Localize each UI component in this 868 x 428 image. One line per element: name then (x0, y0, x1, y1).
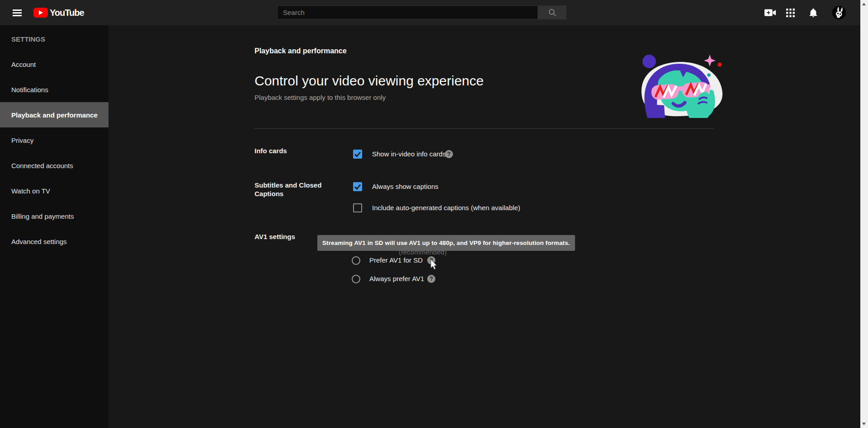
always-show-captions-checkbox[interactable] (353, 182, 362, 191)
hero-subtitle: Playback settings apply to this browser … (255, 94, 386, 101)
hero-title: Control your video viewing experience (255, 73, 484, 89)
skull-avatar-image (832, 6, 846, 19)
sidebar-item-connected-accounts[interactable]: Connected accounts (0, 153, 108, 178)
av1-tooltip: Streaming AV1 in SD will use AV1 up to 4… (317, 235, 575, 251)
youtube-logo[interactable]: YouTube (33, 7, 84, 18)
youtube-play-icon (33, 8, 48, 18)
notifications-bell-icon[interactable] (807, 7, 819, 18)
search-box (277, 5, 538, 19)
masthead: YouTube (0, 0, 868, 25)
sidebar-item-watch-on-tv[interactable]: Watch on TV (0, 178, 108, 203)
sidebar-item-notifications[interactable]: Notifications (0, 77, 108, 102)
page-title: Playback and performance (255, 47, 347, 55)
menu-bar (13, 15, 22, 16)
info-cards-label: Info cards (255, 146, 287, 155)
include-auto-generated-captions-checkbox[interactable] (353, 203, 362, 212)
subtitles-label: Subtitles and Closed Captions (255, 181, 334, 198)
apps-grid-icon[interactable] (784, 7, 796, 18)
settings-sidebar: SETTINGS Account Notifications Playback … (0, 25, 108, 428)
menu-icon[interactable] (13, 9, 22, 16)
page-scrollbar[interactable] (860, 0, 868, 428)
checkmark-icon (353, 150, 362, 159)
always-prefer-av1-radio[interactable] (352, 275, 360, 283)
scrollbar-up-arrow[interactable] (862, 3, 866, 5)
info-cards-help-icon[interactable]: ? (445, 150, 453, 158)
always-show-captions-label: Always show captions (372, 182, 439, 191)
section-divider (255, 128, 714, 129)
checkmark-icon (353, 182, 362, 191)
create-video-icon[interactable] (764, 7, 776, 18)
sidebar-item-playback-and-performance[interactable]: Playback and performance (0, 102, 108, 127)
show-in-video-info-cards-checkbox[interactable] (353, 150, 362, 159)
always-prefer-av1-label: Always prefer AV1 (369, 274, 424, 283)
prefer-av1-for-sd-radio[interactable] (352, 256, 360, 265)
settings-illustration (635, 51, 726, 121)
menu-bar (13, 9, 22, 11)
include-auto-generated-captions-label: Include auto-generated captions (when av… (372, 203, 520, 212)
search-button[interactable] (538, 5, 566, 19)
sidebar-header: SETTINGS (0, 26, 108, 52)
sidebar-item-privacy[interactable]: Privacy (0, 127, 108, 153)
search-icon (548, 8, 557, 17)
show-in-video-info-cards-label: Show in-video info cards (372, 150, 446, 159)
youtube-wordmark: YouTube (50, 8, 84, 18)
sidebar-item-account[interactable]: Account (0, 52, 108, 77)
sidebar-item-billing-and-payments[interactable]: Billing and payments (0, 203, 108, 229)
av1-settings-label: AV1 settings (255, 232, 295, 241)
avatar[interactable] (832, 6, 846, 19)
always-prefer-av1-help-icon[interactable]: ? (427, 275, 435, 283)
prefer-av1-for-sd-label: Prefer AV1 for SD (369, 256, 423, 265)
scrollbar-down-arrow[interactable] (862, 423, 866, 425)
sidebar-item-advanced-settings[interactable]: Advanced settings (0, 229, 108, 254)
mouse-cursor (429, 259, 438, 273)
search-input[interactable] (278, 6, 538, 19)
menu-bar (13, 12, 22, 14)
